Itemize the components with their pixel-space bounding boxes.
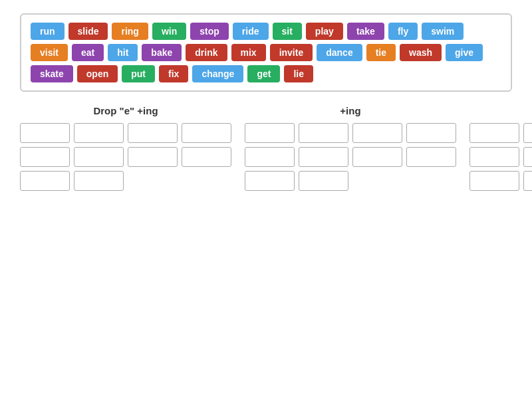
drop-cell[interactable]: [299, 171, 348, 191]
word-chip-swim[interactable]: swim: [422, 23, 464, 40]
drop-cell[interactable]: [74, 147, 124, 167]
drop-cell[interactable]: [469, 147, 519, 167]
word-chip-ring[interactable]: ring: [112, 23, 148, 40]
categories-row: Drop "e" +ing+ingCVC double +ingie=drop+…: [20, 105, 512, 191]
drop-cell[interactable]: [74, 171, 124, 191]
word-chip-stop[interactable]: stop: [190, 23, 229, 40]
word-chip-dance[interactable]: dance: [317, 44, 362, 61]
drop-cell[interactable]: [406, 147, 456, 167]
drop-cell[interactable]: [523, 171, 532, 191]
word-chip-put[interactable]: put: [122, 65, 155, 82]
drop-cell[interactable]: [20, 147, 70, 167]
drop-row: [245, 147, 456, 167]
drop-row: [20, 147, 231, 167]
word-chip-sit[interactable]: sit: [273, 23, 302, 40]
word-chip-fly[interactable]: fly: [388, 23, 418, 40]
word-chip-run[interactable]: run: [31, 23, 65, 40]
drop-cell[interactable]: [182, 123, 231, 143]
word-chip-give[interactable]: give: [446, 44, 483, 61]
drop-row: [469, 123, 532, 143]
word-chip-change[interactable]: change: [192, 65, 243, 82]
word-chip-fix[interactable]: fix: [159, 65, 188, 82]
word-chip-slide[interactable]: slide: [68, 23, 108, 40]
drop-grid: [20, 123, 231, 191]
drop-cell[interactable]: [406, 123, 456, 143]
category-col: +ing: [245, 105, 456, 191]
category-title: CVC double +ing: [469, 105, 532, 116]
drop-grid: [245, 123, 456, 191]
drop-cell[interactable]: [523, 147, 532, 167]
drop-cell[interactable]: [245, 171, 295, 191]
word-chip-hit[interactable]: hit: [108, 44, 138, 61]
drop-cell[interactable]: [523, 123, 532, 143]
word-chip-wash[interactable]: wash: [400, 44, 442, 61]
word-chip-bake[interactable]: bake: [142, 44, 182, 61]
word-chip-get[interactable]: get: [247, 65, 280, 82]
word-chip-win[interactable]: win: [152, 23, 186, 40]
word-chip-visit[interactable]: visit: [31, 44, 68, 61]
word-chip-drink[interactable]: drink: [186, 44, 227, 61]
drop-row: [20, 123, 231, 143]
word-chip-invite[interactable]: invite: [270, 44, 313, 61]
drop-cell[interactable]: [352, 147, 402, 167]
drop-cell[interactable]: [245, 123, 295, 143]
word-chip-mix[interactable]: mix: [231, 44, 266, 61]
drop-row: [245, 123, 456, 143]
category-col: Drop "e" +ing: [20, 105, 231, 191]
word-chip-open[interactable]: open: [77, 65, 118, 82]
drop-row: [20, 171, 231, 191]
drop-row: [245, 171, 456, 191]
word-chip-ride[interactable]: ride: [233, 23, 269, 40]
drop-cell[interactable]: [20, 171, 70, 191]
word-chip-play[interactable]: play: [306, 23, 343, 40]
drop-cell[interactable]: [128, 147, 178, 167]
category-col: CVC double +ing: [469, 105, 532, 191]
drop-cell[interactable]: [128, 123, 178, 143]
word-chip-skate[interactable]: skate: [31, 65, 73, 82]
drop-cell[interactable]: [74, 123, 124, 143]
drop-cell[interactable]: [299, 147, 348, 167]
main-container: runslideringwinstopridesitplaytakeflyswi…: [0, 0, 532, 204]
drop-cell[interactable]: [182, 147, 231, 167]
drop-cell[interactable]: [245, 147, 295, 167]
word-chip-lie[interactable]: lie: [284, 65, 313, 82]
drop-row: [469, 171, 532, 191]
drop-cell[interactable]: [352, 123, 402, 143]
category-title: Drop "e" +ing: [20, 105, 231, 116]
word-chip-tie[interactable]: tie: [366, 44, 396, 61]
word-chip-eat[interactable]: eat: [72, 44, 104, 61]
drop-grid: [469, 123, 532, 191]
drop-cell[interactable]: [299, 123, 348, 143]
drop-cell[interactable]: [469, 123, 519, 143]
drop-cell[interactable]: [469, 171, 519, 191]
word-chip-take[interactable]: take: [347, 23, 384, 40]
category-title: +ing: [245, 105, 456, 116]
drop-row: [469, 147, 532, 167]
drop-cell[interactable]: [20, 123, 70, 143]
word-bank: runslideringwinstopridesitplaytakeflyswi…: [20, 13, 512, 92]
